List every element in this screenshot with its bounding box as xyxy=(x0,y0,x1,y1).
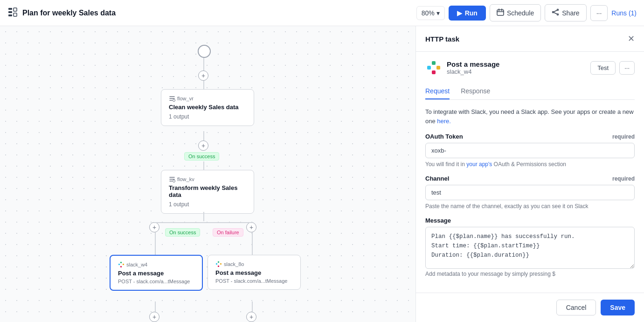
message-label: Message xyxy=(425,217,635,224)
panel-header: HTTP task ✕ xyxy=(416,26,644,52)
svg-point-7 xyxy=(557,9,559,11)
tab-response[interactable]: Response xyxy=(461,84,490,99)
calendar-icon xyxy=(497,8,504,17)
svg-point-10 xyxy=(173,180,175,182)
svg-rect-15 xyxy=(216,263,217,265)
main-content: + flow_vr Clean weekly Sales data 1 outp… xyxy=(0,26,644,322)
on-failure-tag: On failure xyxy=(213,228,243,237)
oauth-label: OAuth Token required xyxy=(425,133,635,140)
more-options-button[interactable]: ··· xyxy=(619,61,635,75)
oauth-hint-link[interactable]: your app's xyxy=(466,161,492,168)
flow-container: + flow_vr Clean weekly Sales data 1 outp… xyxy=(0,26,415,322)
svg-rect-11 xyxy=(118,264,120,265)
add-node-1[interactable]: + xyxy=(198,70,208,81)
svg-rect-3 xyxy=(14,8,17,11)
svg-rect-16 xyxy=(218,261,219,263)
on-success-tag-1: On success xyxy=(184,152,219,161)
right-panel: HTTP task ✕ Post a message slack_w4 xyxy=(415,26,644,322)
panel-body: Post a message slack_w4 Test ··· Request… xyxy=(416,52,644,293)
svg-point-8 xyxy=(557,14,559,15)
chevron-down-icon: ▾ xyxy=(436,9,440,17)
share-button[interactable]: Share xyxy=(545,4,586,21)
message-hint: Add metadata to your message by simply p… xyxy=(425,271,635,277)
canvas[interactable]: + flow_vr Clean weekly Sales data 1 outp… xyxy=(0,26,415,322)
connector-br xyxy=(252,301,253,312)
close-button[interactable]: ✕ xyxy=(628,34,635,44)
header-actions: 80% ▾ ▶ Run Schedule Share ··· Runs (1) xyxy=(416,4,637,21)
node-flow-kv[interactable]: flow_kv Transform weekly Sales data 1 ou… xyxy=(161,170,254,214)
connector xyxy=(203,81,204,89)
connector-bl xyxy=(155,301,156,312)
service-info: Post a message slack_w4 xyxy=(425,59,499,76)
panel-tabs: Request Response xyxy=(425,84,635,100)
svg-rect-14 xyxy=(120,266,122,267)
connector xyxy=(203,131,204,140)
header: Plan for weekly Sales data 80% ▾ ▶ Run S… xyxy=(0,0,644,26)
app-icon xyxy=(7,7,18,19)
service-header: Post a message slack_w4 Test ··· xyxy=(425,59,635,76)
tab-request[interactable]: Request xyxy=(425,84,450,99)
add-node-bottom-right[interactable]: + xyxy=(246,312,256,322)
test-button[interactable]: Test xyxy=(590,61,616,75)
svg-rect-21 xyxy=(436,66,440,70)
page-title: Plan for weekly Sales data xyxy=(22,9,416,17)
channel-input[interactable] xyxy=(425,185,635,200)
node-slack-w4[interactable]: slack_w4 Post a message POST - slack.com… xyxy=(110,255,203,291)
svg-rect-4 xyxy=(14,13,17,16)
svg-rect-12 xyxy=(120,262,122,263)
svg-rect-0 xyxy=(8,8,12,10)
svg-rect-20 xyxy=(432,61,436,65)
zoom-value: 80% xyxy=(422,9,435,17)
oauth-input[interactable] xyxy=(425,143,635,158)
node-slack-8o[interactable]: slack_8o Post a message POST - slack.com… xyxy=(208,255,301,290)
channel-label: Channel required xyxy=(425,175,635,182)
add-node-2[interactable]: + xyxy=(198,140,208,151)
svg-rect-1 xyxy=(8,11,12,13)
svg-point-9 xyxy=(173,99,175,102)
connector-h-left xyxy=(154,222,204,223)
channel-hint: Paste the name of the channel, exactly a… xyxy=(425,203,635,210)
svg-rect-18 xyxy=(218,266,219,267)
info-link[interactable]: here. xyxy=(437,118,451,125)
info-text: To integrate with Slack, you need a Slac… xyxy=(425,107,635,126)
message-textarea[interactable]: Plan {{$plan.name}} has successfully run… xyxy=(425,227,635,269)
svg-rect-2 xyxy=(8,14,12,16)
zoom-control[interactable]: 80% ▾ xyxy=(416,6,445,20)
more-button[interactable]: ··· xyxy=(590,5,608,21)
start-node xyxy=(198,45,211,58)
svg-rect-13 xyxy=(123,264,124,265)
svg-rect-19 xyxy=(427,66,431,70)
schedule-button[interactable]: Schedule xyxy=(490,4,541,21)
panel-title: HTTP task xyxy=(425,35,459,43)
svg-rect-5 xyxy=(497,10,504,15)
svg-point-6 xyxy=(553,12,554,13)
play-icon: ▶ xyxy=(457,9,462,17)
share-icon xyxy=(552,8,559,17)
oauth-hint: You will find it in your app's OAuth & P… xyxy=(425,161,635,168)
slack-logo xyxy=(425,59,442,76)
panel-footer: Cancel Save xyxy=(416,293,644,322)
save-button[interactable]: Save xyxy=(601,300,635,315)
svg-rect-22 xyxy=(432,70,436,74)
cancel-button[interactable]: Cancel xyxy=(556,300,596,315)
on-success-tag-2: On success xyxy=(165,228,200,237)
connector xyxy=(203,161,204,170)
connector-h-right xyxy=(203,222,253,223)
connector xyxy=(203,212,204,221)
service-actions: Test ··· xyxy=(590,61,635,75)
run-button[interactable]: ▶ Run xyxy=(449,6,486,21)
connector xyxy=(203,58,204,71)
runs-button[interactable]: Runs (1) xyxy=(611,9,637,17)
add-node-left[interactable]: + xyxy=(149,222,159,232)
svg-rect-17 xyxy=(220,263,222,265)
add-node-bottom-left[interactable]: + xyxy=(149,312,159,322)
add-node-right[interactable]: + xyxy=(246,222,256,232)
node-flow-vr[interactable]: flow_vr Clean weekly Sales data 1 output xyxy=(161,89,254,126)
